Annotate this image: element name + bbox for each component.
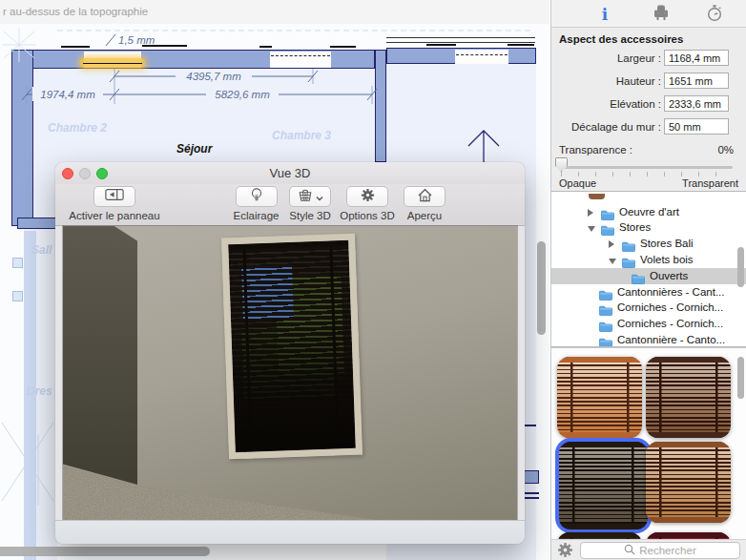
options-3d-button[interactable] (346, 186, 388, 207)
blind-top-rail (646, 442, 731, 447)
tree-item-corniches-cornich[interactable]: Corniches - Cornich... (551, 301, 746, 317)
info-icon: i (602, 5, 608, 24)
search-input[interactable]: Rechercher (580, 542, 740, 559)
transparency-slider-thumb[interactable] (555, 157, 568, 172)
tree-item-oeuvre-d-art[interactable]: Oeuvre d'art (551, 204, 746, 220)
tree-item-volets-bois[interactable]: Volets bois (551, 252, 746, 268)
blind-bottom-rail (646, 517, 731, 523)
tree-item-stores[interactable]: Stores (551, 220, 746, 237)
transparency-label: Transparence : (559, 144, 632, 156)
blind-ladder-tape (646, 357, 731, 438)
activer-le-panneau-button[interactable] (93, 186, 135, 207)
room-label-salle: Sall (31, 243, 52, 257)
toolbar-button-label: Eclairage (234, 210, 280, 221)
tree-item-ouverts[interactable]: Ouverts (551, 268, 746, 284)
tree-item-label: Corniches - Cornich... (617, 318, 723, 329)
tree-item-label: Cantonnières - Cant... (617, 286, 725, 298)
dimension-label[interactable]: 1,5 mm (118, 34, 155, 46)
app-window: r au-dessus de la topographie (0, 0, 746, 560)
stopwatch-icon (706, 4, 723, 26)
style-3d-button[interactable] (289, 186, 331, 207)
slider-tick-marks (561, 172, 733, 176)
toolbar-group-activer-le-panneau: Activer le panneau (65, 186, 164, 221)
close-button[interactable] (62, 168, 73, 179)
thumbnail-store-brun-noir[interactable] (557, 532, 642, 539)
toolbar-button-label: Style 3D (289, 210, 330, 221)
room-label-sejour: Séjour (176, 142, 212, 156)
blind-bottom-rail (646, 432, 731, 438)
dimension-label[interactable]: 4395,7 mm (186, 71, 241, 82)
field-row-el-vation: Elévation : (551, 95, 746, 113)
tree-item-label: Oeuvre d'art (619, 206, 679, 218)
library-bottom-bar: Rechercher (551, 539, 746, 560)
el-vation-input[interactable] (664, 95, 729, 112)
field-row-hauteur: Hauteur : (551, 73, 746, 90)
disclosure-collapsed-icon[interactable] (588, 209, 593, 217)
tab-timer[interactable] (704, 4, 725, 25)
tree-item-label: Stores Bali (640, 238, 694, 249)
room-label-chambre2: Chambre 2 (48, 121, 107, 135)
thumbnail-store-rouge-fonce[interactable] (646, 532, 731, 539)
transparency-slider-track[interactable] (560, 166, 733, 169)
hauteur-input[interactable] (664, 73, 729, 89)
thumbnail-store-noir[interactable] (555, 438, 652, 533)
tree-item-label: Cantonnière - Canto... (617, 334, 725, 345)
folder-icon (599, 335, 612, 347)
aper-u-button[interactable] (404, 186, 446, 207)
disclosure-expanded-icon[interactable] (609, 259, 616, 264)
thumbnail-store-brun-fonce[interactable] (646, 357, 731, 438)
window-with-blinds-3d[interactable] (221, 234, 363, 460)
dimension-label[interactable]: 1974,4 mm (40, 89, 95, 100)
disclosure-collapsed-icon[interactable] (609, 240, 614, 248)
3d-viewport[interactable] (63, 226, 517, 520)
field-label: Largeur : (551, 50, 661, 67)
lightbulb-icon (249, 187, 264, 206)
field-label: Elévation : (551, 95, 661, 113)
eclairage-button[interactable] (236, 186, 278, 207)
thumbnail-store-orange-clair[interactable] (557, 357, 642, 438)
blind-ladder-tape (559, 442, 648, 529)
field-row-largeur: Largeur : (551, 50, 746, 67)
plan-vertical-scrollbar[interactable] (537, 241, 546, 335)
slider-min-label: Opaque (559, 177, 596, 189)
field-label: Hauteur : (551, 73, 661, 90)
toolbar-group-style-3d: Style 3D (282, 186, 338, 221)
armchair-icon (653, 4, 670, 25)
zoom-button[interactable] (96, 168, 108, 179)
toolbar-group-aper-u: Aperçu (397, 186, 452, 221)
dimension-label[interactable]: 5829,6 mm (215, 89, 270, 100)
chevron-down-icon (316, 188, 323, 205)
slider-max-label: Transparent (682, 177, 738, 189)
toolbar-button-label: Aperçu (407, 210, 442, 221)
blind-top-rail (557, 532, 642, 538)
thumbnails-scrollbar[interactable] (737, 357, 744, 399)
tree-item-cantonni-re-canto[interactable]: Cantonnière - Canto... (551, 332, 746, 347)
tree-item-label: Corniches - Cornich... (617, 301, 723, 313)
blind-top-rail (559, 442, 648, 447)
thumbnail-store-brun-moyen[interactable] (646, 442, 731, 523)
d-calage-du-mur-input[interactable] (664, 118, 729, 135)
topography-option-label: r au-dessus de la topographie (3, 6, 148, 17)
tab-objects[interactable] (651, 4, 672, 25)
tree-item-cantonni-res-cant[interactable]: Cantonnières - Cant... (551, 284, 746, 301)
toolbar-group-eclairage: Eclairage (230, 186, 282, 221)
tree-scrollbar[interactable] (737, 247, 744, 287)
blind-ladder-tape (557, 357, 642, 438)
category-tree: Oeuvre d'artStoresStores BaliVolets bois… (551, 191, 746, 347)
gear-icon (361, 188, 375, 206)
minimize-button[interactable] (79, 168, 91, 179)
vue3d-window[interactable]: Vue 3D Activer le panneauEclairageStyle … (55, 162, 525, 544)
tab-info-active[interactable]: i (594, 4, 615, 25)
tree-item-stores-bali[interactable]: Stores Bali (551, 237, 746, 253)
app-toolbar: r au-dessus de la topographie (0, 0, 549, 25)
disclosure-expanded-icon[interactable] (588, 226, 595, 232)
basket-icon (298, 188, 313, 206)
vue3d-titlebar[interactable]: Vue 3D (55, 162, 525, 184)
blind-top-rail (646, 532, 731, 538)
transparency-value: 0% (717, 144, 734, 156)
largeur-input[interactable] (664, 50, 729, 66)
tree-item-corniches-cornich[interactable]: Corniches - Cornich... (551, 317, 746, 333)
action-gear-button[interactable] (557, 542, 573, 560)
plan-horizontal-scrollbar[interactable] (0, 547, 210, 556)
toolbar-group-options-3d: Options 3D (338, 186, 397, 221)
